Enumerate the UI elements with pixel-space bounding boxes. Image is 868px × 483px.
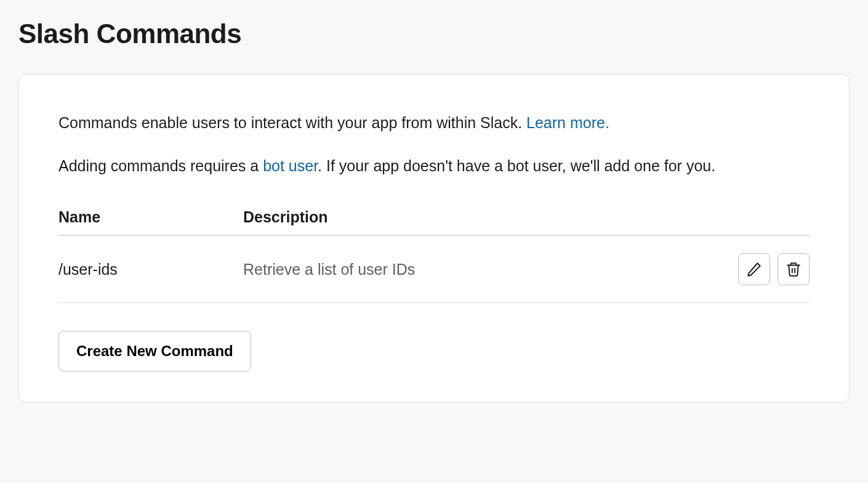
commands-table: Name Description /user-ids Retrieve a li… (58, 208, 810, 303)
pencil-icon (746, 261, 762, 277)
intro-paragraph-2: Adding commands requires a bot user. If … (58, 155, 810, 178)
command-actions (705, 253, 810, 285)
create-new-command-button[interactable]: Create New Command (58, 331, 251, 371)
intro-text-2a: Adding commands requires a (58, 157, 263, 174)
header-description: Description (243, 208, 705, 226)
page-title: Slash Commands (18, 18, 850, 49)
edit-command-button[interactable] (738, 253, 770, 285)
slash-commands-card: Commands enable users to interact with y… (18, 74, 850, 403)
intro-paragraph-1: Commands enable users to interact with y… (58, 112, 810, 135)
trash-icon (786, 261, 802, 277)
learn-more-link[interactable]: Learn more. (526, 114, 609, 131)
intro-text-1: Commands enable users to interact with y… (58, 114, 526, 131)
command-description: Retrieve a list of user IDs (243, 261, 705, 278)
bot-user-link[interactable]: bot user (263, 157, 318, 174)
header-actions (705, 208, 810, 226)
delete-command-button[interactable] (778, 253, 810, 285)
table-row: /user-ids Retrieve a list of user IDs (58, 236, 810, 303)
intro-text-2b: . If your app doesn't have a bot user, w… (318, 157, 715, 174)
table-header: Name Description (58, 208, 810, 236)
header-name: Name (58, 208, 243, 226)
command-name: /user-ids (58, 261, 243, 278)
